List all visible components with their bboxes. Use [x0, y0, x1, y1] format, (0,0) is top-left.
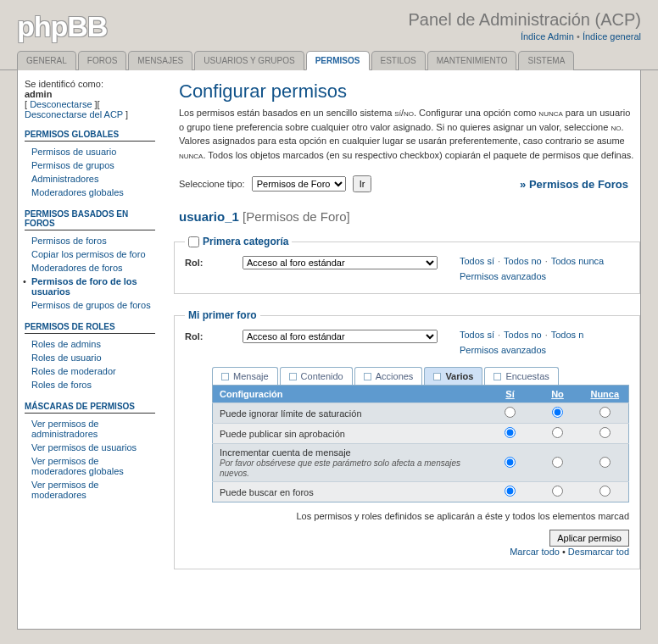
apply-perms-button[interactable]: Aplicar permiso	[549, 530, 629, 547]
sidebar-item[interactable]: Permisos de grupos de foros	[25, 298, 155, 312]
category-fieldset-2: Mi primer foro Rol: Acceso al foro están…	[174, 309, 640, 569]
th-nunca[interactable]: Nunca	[582, 386, 629, 403]
ptab-encuestas[interactable]: Encuestas	[484, 367, 558, 385]
sidebar-link[interactable]: Copiar los permisos de foro	[31, 249, 146, 259]
sidebar-item[interactable]: Moderadores de foros	[25, 261, 155, 275]
tab-general[interactable]: GENERAL	[17, 51, 76, 70]
tab-estilos[interactable]: ESTILOS	[371, 51, 426, 70]
sidebar-link[interactable]: Moderadores globales	[31, 187, 124, 197]
ptab-mensaje[interactable]: Mensaje	[212, 367, 278, 385]
sidebar-link[interactable]: Roles de foros	[31, 380, 92, 390]
board-index-link[interactable]: Índice general	[583, 31, 641, 42]
role-select-2[interactable]: Acceso al foro estándar	[243, 330, 438, 343]
perm-radio[interactable]	[552, 407, 563, 418]
perm-radio[interactable]	[505, 407, 516, 418]
advanced-perms-link-2[interactable]: Permisos avanzados	[460, 345, 629, 355]
type-select[interactable]: Permisos de Foro	[252, 176, 346, 192]
tab-permisos[interactable]: PERMISOS	[306, 51, 370, 70]
tab-mensajes[interactable]: MENSAJES	[128, 51, 192, 70]
sidebar-link[interactable]: Ver permisos de administradores	[31, 419, 98, 439]
sidebar-item[interactable]: Roles de admins	[25, 337, 155, 351]
sidebar-item[interactable]: Copiar los permisos de foro	[25, 247, 155, 261]
th-no[interactable]: No	[534, 386, 582, 403]
category-legend-2: Mi primer foro	[185, 309, 260, 321]
sidebar-link[interactable]: Roles de moderador	[31, 366, 116, 376]
admin-index-link[interactable]: Índice Admin	[521, 31, 574, 42]
sidebar-link[interactable]: Administradores	[31, 174, 98, 184]
sidebar-link[interactable]: Ver permisos de moderadores globales	[31, 456, 124, 476]
table-row: Puede ignorar límite de saturación	[213, 403, 629, 424]
all-nunca-link-1[interactable]: Todos nunca	[551, 256, 604, 266]
advanced-perms-link-1[interactable]: Permisos avanzados	[460, 271, 629, 281]
tab-usuarios[interactable]: USUARIOS Y GRUPOS	[194, 51, 304, 70]
sidebar-item[interactable]: Roles de foros	[25, 378, 155, 391]
th-si[interactable]: Sí	[487, 386, 534, 403]
sidebar-link[interactable]: Permisos de foros	[31, 236, 107, 246]
perm-radio[interactable]	[505, 486, 516, 497]
ptab-acciones[interactable]: Acciones	[354, 367, 423, 385]
sidebar-link[interactable]: Ver permisos de usuarios	[31, 442, 137, 452]
logout-acp-link[interactable]: Desconectarse del ACP	[25, 109, 123, 119]
all-si-link-1[interactable]: Todos sí	[460, 256, 494, 266]
sidebar-item[interactable]: Roles de moderador	[25, 364, 155, 378]
sidebar-item[interactable]: Ver permisos de moderadores	[25, 478, 155, 502]
sidebar-link[interactable]: Moderadores de foros	[31, 263, 123, 273]
perm-radio[interactable]	[552, 427, 563, 438]
ptab-varios[interactable]: Varios	[424, 367, 482, 385]
table-row: Puede publicar sin aprobación	[213, 424, 629, 444]
perm-radio[interactable]	[599, 486, 611, 497]
perm-radio[interactable]	[552, 457, 563, 468]
sidebar-link[interactable]: Permisos de usuario	[31, 147, 116, 157]
perm-radio[interactable]	[505, 427, 516, 438]
perm-radio[interactable]	[599, 457, 611, 468]
sidebar-item[interactable]: Permisos de foros	[25, 234, 155, 247]
sidebar-item[interactable]: Permisos de foro de los usuarios	[25, 275, 155, 298]
tab-foros[interactable]: FOROS	[78, 51, 127, 70]
go-button[interactable]: Ir	[353, 175, 372, 192]
logged-in-label: Se identificó como:	[25, 79, 103, 89]
sidebar-item[interactable]: Administradores	[25, 172, 155, 186]
perm-radio[interactable]	[599, 427, 611, 438]
footer-note: Los permisos y roles definidos se aplica…	[212, 511, 629, 521]
logo: phpBB	[17, 10, 107, 43]
sidebar-item[interactable]: Ver permisos de usuarios	[25, 441, 155, 454]
sidebar-link[interactable]: Roles de usuario	[31, 353, 102, 363]
role-label-2: Rol:	[185, 330, 232, 341]
sidebar-item[interactable]: Ver permisos de administradores	[25, 417, 155, 441]
all-no-link-1[interactable]: Todos no	[504, 256, 542, 266]
content-description: Los permisos están basados en un sencill…	[179, 106, 637, 162]
sidebar-link[interactable]: Roles de admins	[31, 339, 101, 349]
tab-sistema[interactable]: SISTEMA	[518, 51, 574, 70]
square-icon	[289, 373, 297, 380]
all-nunca-link-2[interactable]: Todos n	[551, 330, 584, 340]
sidebar-item[interactable]: Moderadores globales	[25, 186, 155, 199]
all-si-link-2[interactable]: Todos sí	[460, 330, 494, 340]
unmark-all-link[interactable]: Desmarcar tod	[568, 547, 629, 557]
mark-all-link[interactable]: Marcar todo	[510, 547, 560, 557]
square-icon	[221, 373, 229, 380]
perm-radio[interactable]	[552, 486, 563, 497]
th-config: Configuración	[213, 386, 487, 403]
sidebar-section-title: PERMISOS BASADOS EN FOROS	[25, 206, 155, 230]
all-no-link-2[interactable]: Todos no	[504, 330, 542, 340]
sidebar-link[interactable]: Permisos de grupos de foros	[31, 300, 151, 310]
sidebar-link[interactable]: Permisos de foro de los usuarios	[31, 276, 137, 297]
sidebar-link[interactable]: Permisos de grupos	[31, 160, 114, 170]
sidebar-link[interactable]: Ver permisos de moderadores	[31, 480, 98, 500]
role-select-1[interactable]: Acceso al foro estándar	[243, 256, 438, 269]
perm-label: Puede publicar sin aprobación	[213, 424, 487, 444]
logout-link[interactable]: Desconectarse	[30, 99, 92, 109]
forum-perms-link[interactable]: » Permisos de Foros	[520, 178, 628, 191]
square-icon	[433, 373, 441, 380]
sidebar-item[interactable]: Permisos de usuario	[25, 145, 155, 158]
category-checkbox-1[interactable]	[188, 236, 199, 247]
sidebar-item[interactable]: Ver permisos de moderadores globales	[25, 454, 155, 478]
ptab-contenido[interactable]: Contenido	[280, 367, 353, 385]
tab-mantenimiento[interactable]: MANTENIMIENTO	[427, 51, 517, 70]
perm-radio[interactable]	[599, 407, 611, 418]
sidebar-item[interactable]: Roles de usuario	[25, 351, 155, 364]
sidebar-item[interactable]: Permisos de grupos	[25, 158, 155, 172]
perm-label: Puede buscar en foros	[213, 482, 487, 502]
sidebar-section-title: PERMISOS DE ROLES	[25, 319, 155, 334]
perm-radio[interactable]	[505, 457, 516, 468]
